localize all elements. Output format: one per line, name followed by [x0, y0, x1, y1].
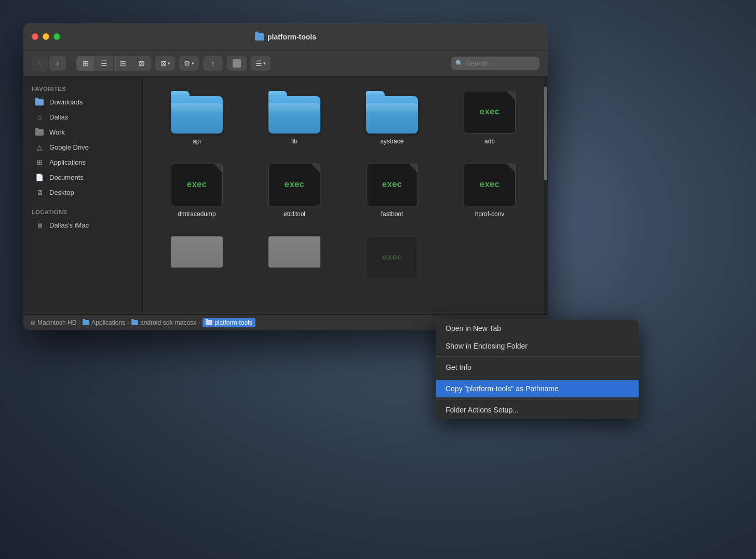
- home-icon: ⌂: [35, 112, 44, 122]
- breadcrumb-android-sdk[interactable]: android-sdk-macosx: [131, 319, 196, 326]
- sidebar-item-desktop[interactable]: 🖥 Desktop: [26, 185, 139, 199]
- breadcrumb-label: Applications: [91, 319, 125, 326]
- context-menu-item-get-info[interactable]: Get Info: [436, 358, 639, 376]
- window-title: platform-tools: [255, 33, 316, 41]
- context-menu: Open in New Tab Show in Enclosing Folder…: [436, 320, 639, 419]
- breadcrumb: 🖥 Macintosh HD › Applications › android-…: [30, 318, 255, 327]
- documents-icon: 📄: [35, 172, 44, 182]
- context-menu-item-copy-pathname[interactable]: Copy "platform-tools" as Pathname: [436, 380, 639, 397]
- sidebar-item-imac[interactable]: 🖥 Dallas's iMac: [26, 218, 139, 232]
- toolbar: ‹ › ⊞ ☰ ⊟ ⊠ ⊠ ▾ ⚙ ▾: [23, 50, 548, 76]
- gdrive-icon: △: [35, 142, 44, 152]
- file-item-partial-1: [153, 232, 240, 283]
- search-bar[interactable]: 🔍 Search: [451, 57, 539, 70]
- breadcrumb-label: Macintosh HD: [37, 319, 76, 326]
- finder-window: platform-tools ‹ › ⊞ ☰ ⊟ ⊠: [23, 23, 548, 330]
- close-button[interactable]: [32, 33, 38, 40]
- exec-icon-partial: exec: [366, 236, 418, 279]
- breadcrumb-applications[interactable]: Applications: [83, 319, 125, 326]
- breadcrumb-sep-2: ›: [127, 319, 129, 326]
- applications-icon: ⊞: [35, 157, 44, 167]
- sidebar-item-google-drive[interactable]: △ Google Drive: [26, 140, 139, 154]
- sidebar-item-label: Desktop: [49, 189, 74, 196]
- file-item-dmtracedump[interactable]: exec dmtracedump: [153, 159, 240, 222]
- folder-icon: [131, 320, 138, 325]
- sidebar-item-label: Work: [49, 128, 65, 136]
- sidebar-item-label: Dallas's iMac: [49, 221, 89, 229]
- hd-icon: 🖥: [30, 320, 35, 326]
- main-area: Favorites Downloads ⌂ Dallas: [23, 76, 548, 314]
- minimize-button[interactable]: [43, 33, 49, 40]
- folder-icon: [83, 320, 89, 325]
- breadcrumb-label: platform-tools: [214, 319, 252, 326]
- file-label-adb: adb: [484, 138, 495, 145]
- sidebar-item-documents[interactable]: 📄 Documents: [26, 170, 139, 184]
- traffic-lights: [32, 33, 60, 40]
- sidebar-item-label: Documents: [49, 174, 84, 181]
- view-mode-group: ⊞ ☰ ⊟ ⊠: [76, 56, 151, 71]
- context-menu-item-show-enclosing[interactable]: Show in Enclosing Folder: [436, 337, 639, 355]
- back-button[interactable]: ‹: [32, 56, 48, 71]
- forward-button[interactable]: ›: [49, 56, 66, 71]
- favorites-label: Favorites: [23, 82, 142, 94]
- context-menu-divider-1: [436, 356, 639, 357]
- action-button[interactable]: ⚙ ▾: [179, 56, 199, 71]
- imac-icon: 🖥: [35, 220, 44, 230]
- title-folder-icon: [255, 33, 264, 41]
- folder-icon: [35, 127, 44, 137]
- folder-icon-api: [171, 91, 223, 134]
- search-icon: 🔍: [455, 60, 463, 67]
- breadcrumb-label: android-sdk-macosx: [140, 319, 196, 326]
- sidebar-item-work[interactable]: Work: [26, 125, 139, 139]
- sidebar-item-label: Dallas: [49, 113, 68, 121]
- sort-button[interactable]: ☰ ▾: [251, 56, 271, 71]
- breadcrumb-sep-3: ›: [198, 319, 200, 326]
- file-item-api[interactable]: api: [153, 87, 240, 149]
- file-label-etc1tool: etc1tool: [284, 210, 305, 218]
- breadcrumb-sep-1: ›: [78, 319, 80, 326]
- folder-icon-systrace: [366, 91, 418, 134]
- breadcrumb-platform-tools[interactable]: platform-tools: [203, 318, 255, 327]
- folder-icon-lib: [268, 91, 320, 134]
- sidebar-item-label: Google Drive: [49, 143, 89, 151]
- scrollbar-thumb[interactable]: [544, 87, 547, 180]
- share-button[interactable]: ↑: [203, 56, 223, 71]
- file-item-systrace[interactable]: systrace: [348, 87, 436, 149]
- folder-icon: [206, 320, 212, 325]
- list-view-button[interactable]: ☰: [95, 56, 114, 71]
- file-label-dmtracedump: dmtracedump: [178, 210, 215, 218]
- file-label-api: api: [193, 138, 201, 145]
- exec-icon-etc1tool: exec: [268, 164, 320, 206]
- downloads-icon: [35, 97, 44, 107]
- file-item-hprof-conv[interactable]: exec hprof-conv: [446, 159, 533, 222]
- exec-icon-adb: exec: [464, 91, 516, 134]
- view-options-button[interactable]: ⊠ ▾: [155, 56, 175, 71]
- tag-button[interactable]: [227, 56, 247, 71]
- file-grid: api lib syst: [143, 76, 544, 314]
- sidebar-item-label: Applications: [49, 158, 86, 166]
- file-item-lib[interactable]: lib: [251, 87, 338, 149]
- file-item-adb[interactable]: exec adb: [446, 87, 533, 149]
- scrollbar-track[interactable]: [544, 76, 548, 314]
- file-item-fastboot[interactable]: exec fastboot: [348, 159, 436, 222]
- nav-buttons: ‹ ›: [32, 56, 66, 71]
- context-menu-item-open-new-tab[interactable]: Open in New Tab: [436, 320, 639, 337]
- gallery-view-button[interactable]: ⊠: [132, 56, 151, 71]
- locations-label: Locations: [23, 205, 142, 217]
- file-item-partial-3: exec: [348, 232, 436, 283]
- file-item-etc1tool[interactable]: exec etc1tool: [251, 159, 338, 222]
- file-label-fastboot: fastboot: [381, 210, 403, 218]
- file-label-lib: lib: [291, 138, 298, 145]
- context-menu-item-folder-actions[interactable]: Folder Actions Setup...: [436, 401, 639, 419]
- sidebar-item-dallas[interactable]: ⌂ Dallas: [26, 110, 139, 124]
- search-placeholder: Search: [466, 59, 488, 67]
- context-menu-divider-3: [436, 399, 639, 400]
- icon-view-button[interactable]: ⊞: [76, 56, 95, 71]
- sidebar-item-downloads[interactable]: Downloads: [26, 95, 139, 109]
- sidebar-item-applications[interactable]: ⊞ Applications: [26, 155, 139, 169]
- context-menu-divider-2: [436, 378, 639, 378]
- file-label-systrace: systrace: [381, 138, 404, 145]
- column-view-button[interactable]: ⊟: [114, 56, 132, 71]
- breadcrumb-macintosh-hd[interactable]: 🖥 Macintosh HD: [30, 319, 76, 326]
- maximize-button[interactable]: [53, 33, 60, 40]
